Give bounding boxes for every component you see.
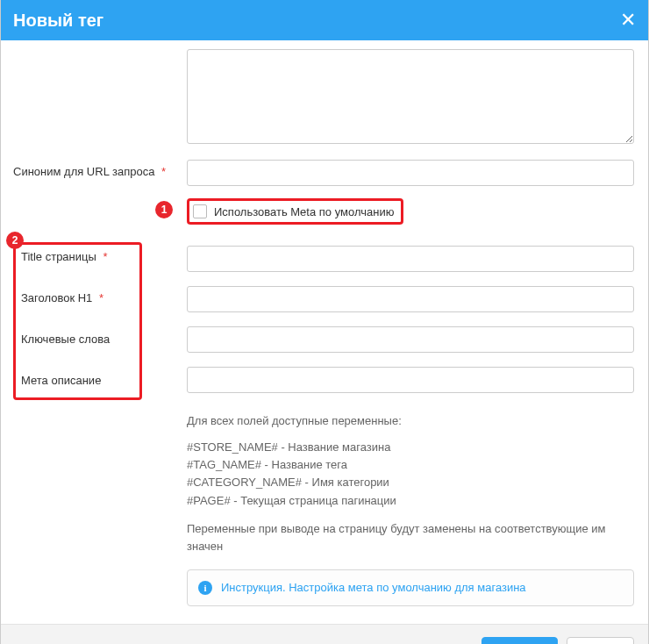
modal-title: Новый тег <box>13 11 103 31</box>
var-line: #CATEGORY_NAME# - Имя категории <box>187 476 389 489</box>
description-textarea[interactable] <box>187 49 634 144</box>
variables-help: Для всех полей доступные переменные: #ST… <box>187 412 634 606</box>
add-button[interactable]: Добавить <box>481 637 558 644</box>
label-keywords: Ключевые слова <box>21 333 134 346</box>
label-h1: Заголовок H1 * <box>21 291 134 304</box>
highlight-meta-labels: Title страницы * Заголовок H1 * Ключевые… <box>13 242 142 400</box>
var-line: #PAGE# - Текущая страница пагинации <box>187 494 396 507</box>
meta-fields-block: 2 Title страницы * Заголовок H1 * Ключев… <box>13 242 634 400</box>
label-description-empty <box>13 49 187 54</box>
row-use-default-meta: 1 Использовать Meta по умолчанию <box>13 198 634 225</box>
var-line: #STORE_NAME# - Название магазина <box>187 440 390 454</box>
use-default-meta-checkbox[interactable]: Использовать Meta по умолчанию <box>193 204 394 218</box>
label-meta-desc: Мета описание <box>21 374 134 387</box>
modal-body: Синоним для URL запроса * 1 Использовать… <box>1 40 648 624</box>
callout-2: 2 <box>6 232 24 249</box>
url-synonym-input[interactable] <box>187 160 634 186</box>
modal-header: Новый тег ✕ <box>1 0 648 40</box>
meta-desc-input[interactable] <box>187 367 634 393</box>
close-icon[interactable]: ✕ <box>620 11 636 30</box>
label-title: Title страницы * <box>21 250 134 263</box>
modal-new-tag: Новый тег ✕ Синоним для URL запроса * 1 <box>0 0 649 644</box>
checkbox-icon <box>193 204 207 218</box>
row-url-synonym: Синоним для URL запроса * <box>13 160 634 186</box>
info-icon: i <box>198 581 212 595</box>
label-url-synonym: Синоним для URL запроса * <box>13 160 187 178</box>
cancel-button[interactable]: Отмена <box>567 637 634 644</box>
required-marker: * <box>161 165 166 178</box>
h1-input[interactable] <box>187 286 634 312</box>
keywords-input[interactable] <box>187 326 634 353</box>
highlight-default-meta: Использовать Meta по умолчанию <box>187 198 403 225</box>
modal-footer: Добавить Отмена <box>1 624 648 644</box>
info-box: i Инструкция. Настройка мета по умолчани… <box>187 569 634 606</box>
row-description <box>13 49 634 147</box>
title-input[interactable] <box>187 246 634 272</box>
use-default-meta-label: Использовать Meta по умолчанию <box>214 205 394 218</box>
info-link[interactable]: Инструкция. Настройка мета по умолчанию … <box>221 579 526 597</box>
var-line: #TAG_NAME# - Название тега <box>187 458 347 471</box>
vars-intro: Для всех полей доступные переменные: <box>187 412 634 430</box>
vars-outro: Переменные при выводе на страницу будут … <box>187 520 634 555</box>
callout-1: 1 <box>155 201 173 218</box>
